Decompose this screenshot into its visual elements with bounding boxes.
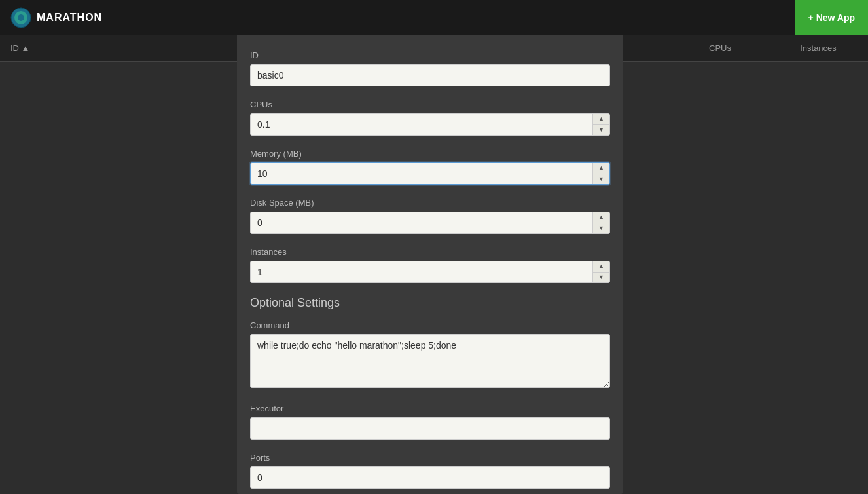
- id-input[interactable]: [250, 64, 610, 86]
- memory-increment-button[interactable]: ▲: [593, 163, 609, 174]
- optional-settings-heading: Optional Settings: [250, 296, 610, 310]
- new-app-button[interactable]: + New App: [795, 0, 868, 35]
- col-id: ID ▲: [10, 43, 233, 53]
- disk-spinner-btns: ▲ ▼: [592, 212, 609, 233]
- new-app-label: + New App: [808, 12, 855, 23]
- memory-input[interactable]: [250, 162, 610, 185]
- disk-increment-button[interactable]: ▲: [593, 212, 609, 223]
- cpus-input[interactable]: [250, 113, 610, 136]
- instances-field-group: Instances ▲ ▼: [250, 247, 610, 283]
- instances-label: Instances: [250, 247, 610, 257]
- instances-input[interactable]: [250, 261, 610, 283]
- cpus-decrement-button[interactable]: ▼: [593, 125, 609, 136]
- brand: MARATHON: [10, 7, 102, 28]
- ports-label: Ports: [250, 453, 610, 463]
- cpus-field-group: CPUs ▲ ▼: [250, 100, 610, 136]
- cpus-spinner-btns: ▲ ▼: [592, 114, 609, 135]
- executor-input[interactable]: [250, 417, 610, 440]
- command-field-group: Command: [250, 320, 610, 390]
- navbar: MARATHON + New App: [0, 0, 868, 35]
- disk-label: Disk Space (MB): [250, 198, 610, 208]
- instances-increment-button[interactable]: ▲: [593, 261, 609, 273]
- id-label: ID: [250, 50, 610, 60]
- memory-decrement-button[interactable]: ▼: [593, 174, 609, 185]
- marathon-logo-icon: [10, 7, 31, 28]
- cpus-spinner: ▲ ▼: [250, 113, 610, 136]
- disk-input[interactable]: [250, 212, 610, 234]
- id-field-group: ID: [250, 50, 610, 86]
- memory-spinner-btns: ▲ ▼: [592, 163, 609, 184]
- col-instances: Instances: [779, 43, 858, 53]
- disk-spinner: ▲ ▼: [250, 212, 610, 234]
- ports-input[interactable]: [250, 466, 610, 489]
- executor-label: Executor: [250, 404, 610, 413]
- instances-spinner: ▲ ▼: [250, 261, 610, 283]
- memory-spinner: ▲ ▼: [250, 162, 610, 185]
- ports-field-group: Ports: [250, 453, 610, 489]
- command-input[interactable]: [250, 334, 610, 388]
- memory-label: Memory (MB): [250, 149, 610, 159]
- disk-decrement-button[interactable]: ▼: [593, 223, 609, 234]
- brand-name: MARATHON: [37, 12, 102, 24]
- instances-decrement-button[interactable]: ▼: [593, 273, 609, 283]
- modal-body: ID CPUs ▲ ▼ Memory (MB) ▲ ▼: [237, 37, 623, 494]
- cpus-label: CPUs: [250, 100, 610, 109]
- memory-field-group: Memory (MB) ▲ ▼: [250, 149, 610, 185]
- cpus-increment-button[interactable]: ▲: [593, 114, 609, 125]
- svg-point-2: [18, 14, 24, 21]
- executor-field-group: Executor: [250, 404, 610, 440]
- instances-spinner-btns: ▲ ▼: [592, 261, 609, 282]
- command-label: Command: [250, 320, 610, 330]
- disk-field-group: Disk Space (MB) ▲ ▼: [250, 198, 610, 234]
- col-cpus: CPUs: [661, 43, 779, 53]
- new-application-modal: New Application × ID CPUs ▲ ▼ Memory (MB…: [237, 0, 623, 494]
